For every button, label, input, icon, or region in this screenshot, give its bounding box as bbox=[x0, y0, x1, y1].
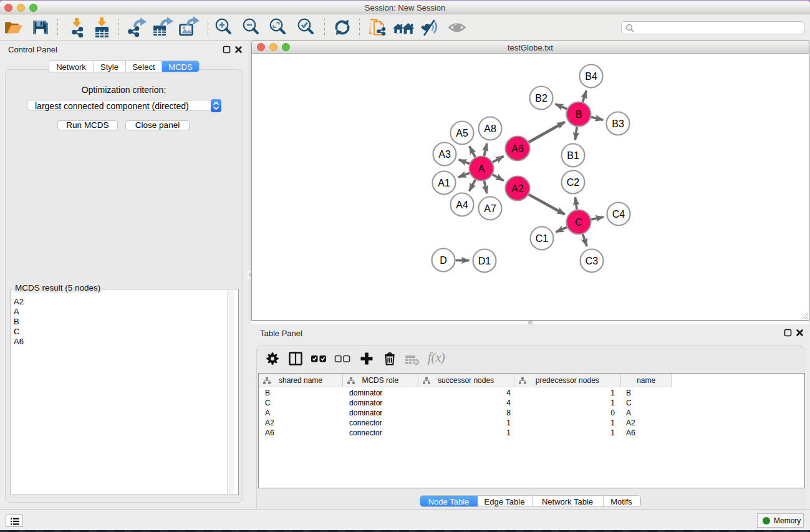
svg-text:A4: A4 bbox=[456, 200, 468, 210]
svg-text:A2: A2 bbox=[511, 183, 524, 194]
svg-text:A7: A7 bbox=[484, 203, 496, 214]
svg-text:C2: C2 bbox=[567, 177, 580, 188]
svg-text:C3: C3 bbox=[586, 256, 599, 266]
svg-text:A5: A5 bbox=[456, 128, 468, 138]
svg-text:B4: B4 bbox=[585, 71, 597, 82]
svg-text:D1: D1 bbox=[478, 256, 491, 266]
svg-text:C4: C4 bbox=[612, 209, 625, 220]
svg-text:D: D bbox=[440, 255, 447, 266]
svg-text:C: C bbox=[575, 217, 582, 228]
svg-text:B1: B1 bbox=[567, 150, 579, 161]
svg-text:C1: C1 bbox=[536, 233, 549, 244]
svg-text:A3: A3 bbox=[438, 149, 451, 160]
svg-text:A1: A1 bbox=[438, 178, 450, 188]
svg-text:B: B bbox=[576, 109, 582, 120]
svg-text:A: A bbox=[478, 163, 485, 174]
svg-text:A6: A6 bbox=[511, 143, 524, 154]
svg-text:A8: A8 bbox=[484, 123, 496, 134]
svg-text:B3: B3 bbox=[612, 118, 624, 129]
svg-text:B2: B2 bbox=[535, 93, 547, 104]
